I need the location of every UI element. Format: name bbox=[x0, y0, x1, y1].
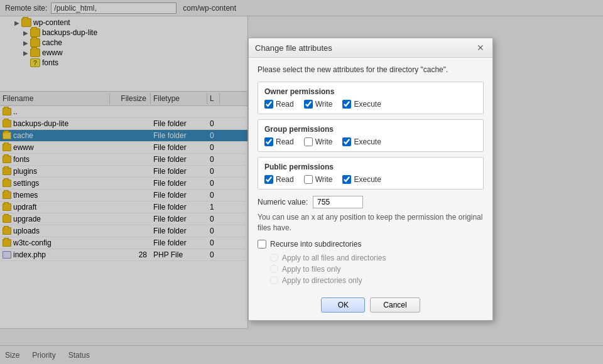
group-execute-checkbox[interactable]: Execute bbox=[342, 137, 381, 146]
recurse-checkbox[interactable] bbox=[258, 240, 266, 249]
public-permissions-group: Public permissions Read Write Execute bbox=[258, 157, 484, 190]
public-read-checkbox[interactable]: Read bbox=[264, 175, 294, 184]
group-permissions-group: Group permissions Read Write Execute bbox=[258, 119, 484, 152]
radio-label-dirs: Apply to directories only bbox=[282, 276, 362, 285]
dialog-body: Please select the new attributes for the… bbox=[249, 58, 492, 292]
recurse-label: Recurse into subdirectories bbox=[270, 240, 361, 249]
owner-permissions-checkboxes: Read Write Execute bbox=[264, 100, 477, 109]
hint-text: You can use an x at any position to keep… bbox=[258, 212, 484, 233]
ok-button[interactable]: OK bbox=[321, 297, 365, 313]
owner-write-checkbox[interactable]: Write bbox=[304, 100, 333, 109]
public-permissions-checkboxes: Read Write Execute bbox=[264, 175, 477, 184]
public-write-checkbox[interactable]: Write bbox=[304, 175, 333, 184]
group-permissions-title: Group permissions bbox=[264, 125, 477, 134]
radio-all-files[interactable]: Apply to all files and directories bbox=[270, 254, 484, 262]
owner-permissions-group: Owner permissions Read Write Execute bbox=[258, 82, 484, 114]
radio-files-only[interactable]: Apply to files only bbox=[270, 265, 484, 274]
group-permissions-checkboxes: Read Write Execute bbox=[264, 137, 477, 146]
dialog-title: Change file attributes bbox=[255, 43, 332, 53]
owner-permissions-title: Owner permissions bbox=[264, 87, 477, 96]
dialog-description: Please select the new attributes for the… bbox=[258, 65, 484, 74]
owner-read-checkbox[interactable]: Read bbox=[264, 100, 294, 109]
change-file-attributes-dialog: Change file attributes ✕ Please select t… bbox=[248, 38, 493, 321]
cancel-button[interactable]: Cancel bbox=[370, 297, 420, 313]
radio-label-files: Apply to files only bbox=[282, 265, 340, 274]
radio-label-all: Apply to all files and directories bbox=[282, 254, 386, 262]
numeric-value-input[interactable] bbox=[313, 196, 363, 208]
group-read-checkbox[interactable]: Read bbox=[264, 137, 294, 146]
radio-dirs-only[interactable]: Apply to directories only bbox=[270, 276, 484, 285]
public-permissions-title: Public permissions bbox=[264, 163, 477, 171]
dialog-close-button[interactable]: ✕ bbox=[475, 42, 486, 53]
dialog-footer: OK Cancel bbox=[249, 292, 492, 320]
app-container: Remote site: com/wp-content ▶ wp-content… bbox=[0, 0, 603, 364]
public-execute-checkbox[interactable]: Execute bbox=[342, 175, 381, 184]
recurse-row: Recurse into subdirectories bbox=[258, 240, 484, 249]
owner-execute-checkbox[interactable]: Execute bbox=[342, 100, 381, 109]
numeric-value-row: Numeric value: bbox=[258, 196, 484, 208]
group-write-checkbox[interactable]: Write bbox=[304, 137, 333, 146]
dialog-titlebar: Change file attributes ✕ bbox=[249, 38, 492, 58]
numeric-value-label: Numeric value: bbox=[258, 198, 308, 206]
apply-radio-group: Apply to all files and directories Apply… bbox=[270, 254, 484, 285]
